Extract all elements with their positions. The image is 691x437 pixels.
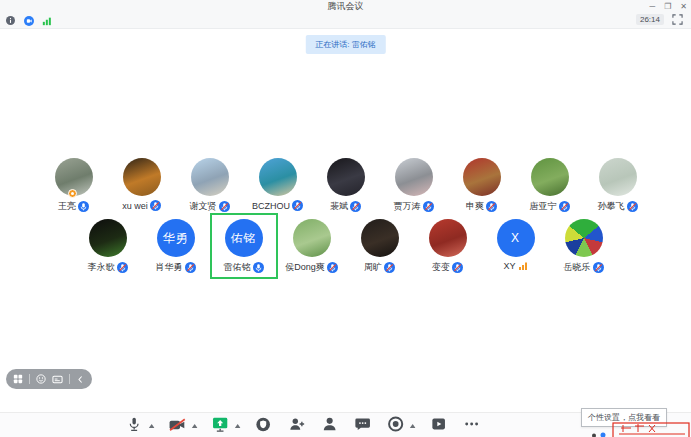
participant-cell[interactable]: 李永歌 [74, 213, 142, 279]
participant-name-row: 贾万涛 [394, 200, 434, 213]
emoji-icon[interactable] [36, 374, 46, 384]
participants-icon [320, 415, 338, 437]
avatar [89, 219, 127, 257]
participant-name-row: 王亮 [58, 200, 89, 213]
more-button[interactable] [461, 416, 481, 436]
avatar [293, 219, 331, 257]
avatar [395, 158, 433, 196]
caret-up-icon[interactable] [234, 424, 240, 428]
mic-muted-icon [423, 201, 434, 212]
mic-muted-icon [627, 201, 638, 212]
avatar [565, 219, 603, 257]
mic-on-icon [253, 262, 264, 273]
view-options-pill[interactable] [6, 369, 92, 389]
participant-name: 申爽 [466, 200, 484, 213]
participant-name-row: 李永歌 [88, 261, 128, 274]
participant-cell[interactable]: 谢文贤 [176, 152, 244, 218]
avatar [531, 158, 569, 196]
minimize-icon[interactable]: ─ [649, 0, 655, 13]
participant-name-row: 周旷 [364, 261, 395, 274]
participant-cell[interactable]: 贾万涛 [380, 152, 448, 218]
participant-name: XY [503, 261, 515, 271]
participant-cell[interactable]: 孙攀飞 [584, 152, 652, 218]
participant-name-row: BCZHOU [252, 200, 303, 211]
participant-cell[interactable]: xu wei [108, 152, 176, 218]
participant-name-row: 唐亚宁 [530, 200, 570, 213]
participant-cell[interactable]: 华勇肖华勇 [142, 213, 210, 279]
mic-muted-icon [350, 201, 361, 212]
participant-name: xu wei [122, 201, 148, 211]
participant-name: 李永歌 [88, 261, 115, 274]
caret-up-icon[interactable] [148, 424, 154, 428]
participant-cell[interactable]: 王亮 [40, 152, 108, 218]
settings-tooltip[interactable]: 个性设置，点我看看 [581, 408, 667, 427]
apps-button[interactable] [428, 416, 448, 436]
restore-icon[interactable]: ❐ [664, 0, 671, 13]
participant-name: 孙攀飞 [598, 200, 625, 213]
mic-on-icon [78, 201, 89, 212]
avatar-initials: 佑铭 [225, 219, 263, 257]
collapse-icon[interactable] [76, 375, 85, 384]
participant-cell[interactable]: 周旷 [346, 213, 414, 279]
record-button[interactable] [385, 416, 405, 436]
participant-cell[interactable]: 岳晓乐 [550, 213, 618, 279]
layout-grid-icon[interactable] [13, 374, 23, 384]
mic-muted-icon [384, 262, 395, 273]
close-icon[interactable]: ✕ [680, 0, 687, 13]
avatar [191, 158, 229, 196]
mic-muted-icon [292, 200, 303, 211]
window-title: 腾讯会议 [328, 0, 364, 13]
status-badge [68, 189, 77, 198]
topbar-right: 26:14 [636, 14, 683, 25]
mic-muted-icon [327, 262, 338, 273]
participants-button[interactable] [319, 416, 339, 436]
captions-icon[interactable] [52, 374, 63, 385]
avatar [429, 219, 467, 257]
participant-name: 周旷 [364, 261, 382, 274]
network-signal-icon[interactable] [41, 15, 52, 26]
participant-name: 肖华勇 [156, 261, 183, 274]
participant-cell[interactable]: 裴斌 [312, 152, 380, 218]
participant-cell[interactable]: BCZHOU [244, 152, 312, 218]
meeting-app-icon[interactable] [23, 15, 34, 26]
participant-cell[interactable]: 唐亚宁 [516, 152, 584, 218]
share-screen-button[interactable] [210, 416, 230, 436]
meeting-top-bar: 26:14 [0, 13, 691, 29]
participants-row-1: 王亮xu wei谢文贤BCZHOU裴斌贾万涛申爽唐亚宁孙攀飞 [0, 152, 691, 218]
microphone-button[interactable] [124, 416, 144, 436]
avatar: 佑铭 [225, 219, 263, 257]
info-icon[interactable] [5, 15, 16, 26]
chat-button[interactable] [352, 416, 372, 436]
avatar [123, 158, 161, 196]
participant-name: 唐亚宁 [530, 200, 557, 213]
apps-icon [429, 415, 447, 437]
signal-bars-icon [518, 261, 528, 271]
participant-cell[interactable]: 申爽 [448, 152, 516, 218]
mic-muted-icon [117, 262, 128, 273]
fullscreen-icon[interactable] [672, 14, 683, 25]
participant-name-row: 雷佑铭 [224, 261, 264, 274]
caret-up-icon[interactable] [409, 424, 415, 428]
participant-name: 变变 [432, 261, 450, 274]
mic-muted-icon [150, 200, 161, 211]
participant-cell[interactable]: 侯Dong爽 [278, 213, 346, 279]
mic-muted-icon [185, 262, 196, 273]
chat-icon [353, 415, 371, 437]
meeting-window: 腾讯会议 ─ ❐ ✕ 26:14 正在讲话: 雷佑铭 王亮 [0, 0, 691, 437]
participant-name-row: 变变 [432, 261, 463, 274]
caret-up-icon[interactable] [191, 424, 197, 428]
participant-cell[interactable]: XXY [482, 213, 550, 279]
meeting-timer: 26:14 [636, 14, 664, 25]
security-icon [255, 416, 272, 437]
participant-cell[interactable]: 变变 [414, 213, 482, 279]
mic-muted-icon [452, 262, 463, 273]
camera-off-button[interactable] [167, 416, 187, 436]
security-button[interactable] [253, 416, 273, 436]
participant-name-row: 裴斌 [330, 200, 361, 213]
avatar-initials: 华勇 [157, 219, 195, 257]
participant-name: 岳晓乐 [564, 261, 591, 274]
participant-cell-active-speaker[interactable]: 佑铭雷佑铭 [210, 213, 278, 279]
avatar [55, 158, 93, 196]
toolbar-buttons [124, 416, 481, 436]
invite-button[interactable] [286, 416, 306, 436]
